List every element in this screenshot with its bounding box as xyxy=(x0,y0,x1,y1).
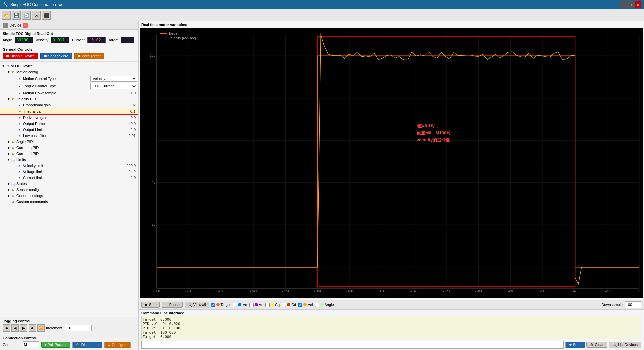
tree-item-proportional-gain[interactable]: ● Proportional gain 0.02 xyxy=(0,102,138,108)
target-check-group[interactable]: Target xyxy=(211,303,231,307)
gs-label: General settings xyxy=(16,194,43,198)
sensor-icon xyxy=(44,55,47,57)
tree-item-sensor-config[interactable]: ▶ ⚙ Sensor config xyxy=(0,187,138,193)
jog-repeat-button[interactable]: 🔁 xyxy=(37,324,45,332)
cdpid-arrow[interactable]: ▶ xyxy=(7,152,11,155)
vq-check-label: Vq xyxy=(243,303,247,307)
tree-item-velocity-pid[interactable]: ▼ ⚙ Velocity PID xyxy=(0,96,138,102)
limits-icon: 📊 xyxy=(11,157,15,162)
tree-root[interactable]: ▼ ⚙ sFOC Device xyxy=(0,63,138,69)
stop-icon: ⏹ xyxy=(144,303,148,307)
close-button[interactable]: ✕ xyxy=(635,1,641,8)
tab-close-button[interactable]: ✕ xyxy=(23,23,28,28)
tree-item-current-limit[interactable]: ● Current limit 2.0 xyxy=(0,175,138,181)
target-checkbox[interactable] xyxy=(211,303,215,307)
jog-next-button[interactable]: ▶ xyxy=(20,324,27,332)
device-tab-name[interactable]: Device xyxy=(9,23,22,28)
vd-checkbox[interactable] xyxy=(249,303,254,307)
cl-arrow xyxy=(13,176,17,179)
sensor-zero-label: Sensor Zero xyxy=(48,54,68,58)
stop-button[interactable]: ⏹ Stop xyxy=(141,302,160,308)
jog-first-button[interactable]: ⏮ xyxy=(3,324,10,332)
tree-item-output-limit[interactable]: ● Output Limit 2.0 xyxy=(0,127,138,133)
vq-checkbox[interactable] xyxy=(233,303,237,307)
cli-output: Target: 0.000PID vel| P: 0.020PID vel| I… xyxy=(141,316,641,339)
current-label: Current xyxy=(72,38,85,42)
save-button[interactable]: 💾 xyxy=(12,11,21,20)
tree-item-voltage-limit[interactable]: ● Voltage limit 24.0 xyxy=(0,169,138,175)
maximize-button[interactable]: □ xyxy=(627,1,634,8)
view-all-label: View all xyxy=(193,303,206,307)
view-all-button[interactable]: 🔍 View all xyxy=(185,302,209,308)
pause-button[interactable]: ⏸ Pause xyxy=(162,302,183,308)
root-arrow[interactable]: ▼ xyxy=(1,64,5,68)
clear-button[interactable]: 🗑 Clear xyxy=(586,342,607,348)
jog-row: ⏮ ◀ ▶ ⏭ 🔁 Increment: xyxy=(3,324,136,332)
tree-item-general-settings[interactable]: ▶ ⚙ General settings xyxy=(0,193,138,199)
zero-target-button[interactable]: Zero Target xyxy=(74,53,104,59)
tree-item-custom-commands[interactable]: 🗂 Custom commands xyxy=(0,199,138,205)
vd-check-group[interactable]: Vd xyxy=(249,303,263,307)
tree-item-torque-control-type[interactable]: ● Torque Control Type FOC Current DC Cur… xyxy=(0,82,138,90)
tree-item-motion-downsample[interactable]: ● Motion Downsample 1.0 xyxy=(0,90,138,96)
tree-item-motion-control-type[interactable]: ● Motion Control Type Velocity Torque An… xyxy=(0,75,138,82)
torque-control-type-select[interactable]: FOC Current DC Current Voltage xyxy=(90,83,137,89)
increment-input[interactable] xyxy=(65,325,92,331)
limits-arrow[interactable]: ▼ xyxy=(7,158,11,161)
terminal-button[interactable]: ⬛ xyxy=(42,11,51,20)
downsample-input[interactable] xyxy=(625,301,641,308)
tree-item-limits[interactable]: ▼ 📊 Limits xyxy=(0,157,138,163)
pause-icon: ⏸ xyxy=(165,303,168,307)
cli-input[interactable] xyxy=(141,341,564,349)
motion-config-arrow[interactable]: ▼ xyxy=(7,70,11,74)
disconnect-button[interactable]: 🔌 Disconnect xyxy=(72,342,102,348)
command-input[interactable] xyxy=(23,341,39,348)
tree-item-states[interactable]: ▶ 📊 States xyxy=(0,181,138,187)
sc-arrow[interactable]: ▶ xyxy=(7,188,11,191)
states-arrow[interactable]: ▶ xyxy=(7,182,11,185)
tree-item-derivative-gain[interactable]: ● Derivative gain 0.0 xyxy=(0,115,138,121)
vq-check-group[interactable]: Vq xyxy=(233,303,247,307)
vpid-arrow[interactable]: ▼ xyxy=(7,97,11,101)
gs-arrow[interactable]: ▶ xyxy=(7,194,11,197)
jog-last-button[interactable]: ⏭ xyxy=(29,324,36,332)
sensor-zero-button[interactable]: Sensor Zero xyxy=(40,53,72,59)
motion-control-type-select[interactable]: Velocity Torque Angle xyxy=(90,76,137,82)
apid-arrow[interactable]: ▶ xyxy=(7,140,11,143)
refresh-button[interactable]: 🔄 xyxy=(22,11,31,20)
cq-check-group[interactable]: Cq xyxy=(265,303,280,307)
vel-check-group[interactable]: Vel xyxy=(298,303,313,307)
angle-checkbox[interactable] xyxy=(315,303,319,307)
loop-button[interactable]: ∞ xyxy=(32,11,41,20)
pull-params-button[interactable]: ● Pull Params xyxy=(41,342,70,348)
configure-button[interactable]: ⚙ Configure xyxy=(104,342,131,348)
tree-item-velocity-limit[interactable]: ● Velocity limit 200.0 xyxy=(0,163,138,169)
minimize-button[interactable]: — xyxy=(620,1,627,8)
tree-item-integral-gain[interactable]: ● Integral gain 0.1 xyxy=(0,108,138,115)
tree-item-angle-pid[interactable]: ▶ ⚙ Angle PID xyxy=(0,139,138,145)
cq-checkbox[interactable] xyxy=(265,303,270,307)
cd-check-group[interactable]: Cd xyxy=(282,303,296,307)
angle-check-group[interactable]: Angle xyxy=(315,303,334,307)
disable-device-button[interactable]: Disable Device xyxy=(3,53,38,59)
ig-arrow xyxy=(14,110,18,113)
cd-checkbox[interactable] xyxy=(282,303,286,307)
tree-item-current-d-pid[interactable]: ▶ ⚙ Current d PID xyxy=(0,151,138,157)
app-title: SimpleFOC Configuration Tool xyxy=(10,2,64,7)
tree-item-output-ramp[interactable]: ● Output Ramp 0.0 xyxy=(0,121,138,127)
device-tab: Device ✕ xyxy=(0,21,138,30)
jog-prev-button[interactable]: ◀ xyxy=(11,324,19,332)
mct-arrow xyxy=(13,77,17,80)
list-devices-button[interactable]: 🔍 List Devices xyxy=(609,342,641,348)
cq-check-label: Cq xyxy=(275,303,280,307)
vel-checkbox[interactable] xyxy=(298,303,302,307)
tree-item-low-pass-filter[interactable]: ● Low pass filter 0.01 xyxy=(0,133,138,139)
readout-title: Simple FOC Digital Read Out xyxy=(3,32,136,36)
velocity-value: 0.011 xyxy=(51,37,69,43)
tree-item-motion-config[interactable]: ▼ ⚙ Motion config xyxy=(0,69,138,75)
send-button[interactable]: ✈ Send xyxy=(565,342,585,348)
cli-input-row: ✈ Send 🗑 Clear 🔍 List Devices xyxy=(141,341,641,350)
tree-item-current-q-pid[interactable]: ▶ ⚙ Current q PID xyxy=(0,145,138,151)
open-button[interactable]: 📂 xyxy=(2,11,11,20)
cqpid-arrow[interactable]: ▶ xyxy=(7,146,11,149)
